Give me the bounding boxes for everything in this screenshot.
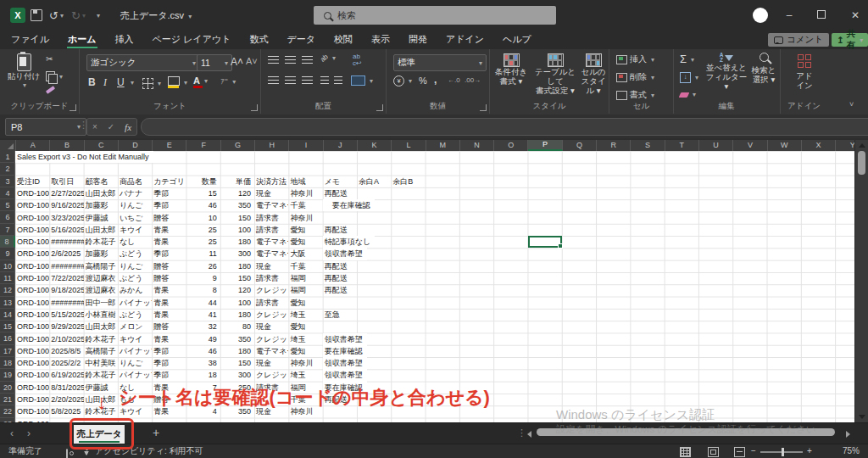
cell[interactable]: 再配送 — [323, 224, 357, 236]
cell[interactable]: 120 — [220, 187, 254, 199]
row-header-15[interactable]: 15 — [0, 321, 15, 332]
cell[interactable]: 18 — [186, 369, 220, 381]
cell[interactable]: 愛知 — [288, 345, 322, 357]
grow-font-button[interactable]: A˄ — [231, 56, 243, 68]
cell[interactable]: 2025/2/2 — [49, 357, 83, 369]
select-all-corner[interactable] — [0, 140, 16, 151]
cell[interactable]: ######## — [49, 260, 83, 272]
cell[interactable]: 180 — [220, 345, 254, 357]
cell[interactable]: キウイ — [118, 333, 152, 345]
undo-button[interactable]: ↺▾ — [49, 0, 64, 31]
cell-styles-button[interactable]: セルのスタイル ▾ — [578, 53, 609, 95]
cell[interactable]: 青果 — [152, 236, 186, 248]
cell[interactable]: 領収書希望 — [323, 333, 367, 345]
font-size-select[interactable]: 11▾ — [197, 54, 232, 71]
cell[interactable]: 埼玉 — [288, 309, 322, 321]
copy-button[interactable]: ▾ — [46, 71, 63, 81]
column-header-J[interactable]: J — [324, 140, 358, 151]
cell[interactable]: 千葉 — [288, 260, 322, 272]
cell[interactable]: 300 — [220, 369, 254, 381]
borders-button[interactable]: ▾ — [142, 78, 161, 89]
dialog-launcher-icon[interactable] — [70, 104, 76, 111]
cell[interactable]: 福岡 — [288, 272, 322, 284]
search-input[interactable]: 検索 — [314, 6, 556, 25]
merge-center-button[interactable]: ▾ — [351, 75, 373, 86]
row-header-19[interactable]: 19 — [0, 369, 15, 381]
cell[interactable]: 青果 — [152, 284, 186, 296]
cell[interactable]: 電子マネー — [254, 345, 288, 357]
cell[interactable]: 150 — [220, 212, 254, 224]
cell[interactable]: 5/8/2025 — [49, 405, 83, 417]
row-header-22[interactable]: 22 — [0, 405, 15, 417]
sort-filter-button[interactable]: AZ 並べ替えとフィルター ▾ — [704, 53, 749, 91]
cell[interactable]: 神奈川 — [288, 187, 322, 199]
cell[interactable]: 9/18/2025 — [49, 284, 83, 296]
cell[interactable]: 取引日 — [49, 176, 83, 187]
phonetic-guide-button[interactable]: ｱ⁼▾ — [220, 77, 236, 86]
cell[interactable]: ぶどう — [118, 248, 152, 260]
cell[interactable]: 至急 — [323, 309, 357, 321]
column-header-N[interactable]: N — [460, 140, 494, 151]
save-button[interactable] — [31, 0, 42, 31]
cell[interactable]: 渡辺麻衣 — [84, 272, 118, 284]
column-header-F[interactable]: F — [186, 140, 220, 151]
column-header-S[interactable]: S — [631, 140, 665, 151]
normal-view-icon[interactable] — [680, 447, 691, 457]
cell[interactable]: 愛知 — [288, 321, 322, 332]
ribbon-tab-item[interactable]: 開発 — [399, 31, 437, 49]
add-sheet-button[interactable]: + — [153, 423, 159, 444]
cell[interactable]: 5/16/2025 — [49, 224, 83, 236]
bold-button[interactable]: B — [88, 76, 96, 88]
cell[interactable]: 鈴木花子 — [84, 236, 118, 248]
cell[interactable]: 鈴木花子 — [84, 369, 118, 381]
cell[interactable]: 電子マネー — [254, 236, 288, 248]
cell[interactable]: 愛知 — [288, 236, 322, 248]
cell[interactable]: ぶどう — [118, 272, 152, 284]
cell[interactable]: クレジット — [254, 369, 288, 381]
column-header-D[interactable]: D — [119, 140, 153, 151]
cell[interactable]: 25 — [186, 236, 220, 248]
ribbon-tab-item[interactable]: 校閲 — [325, 31, 362, 49]
cell[interactable]: 余白B — [391, 176, 425, 187]
cell[interactable]: ORD-1000 — [15, 333, 49, 345]
cell[interactable]: 80 — [220, 321, 254, 332]
cell[interactable]: りんご — [118, 199, 152, 211]
cell[interactable]: 愛知 — [288, 297, 322, 309]
row-header-8[interactable]: 8 — [0, 236, 15, 248]
row-header-7[interactable]: 7 — [0, 224, 15, 236]
ribbon-tab-item[interactable]: ページ レイアウト — [143, 31, 241, 49]
cell[interactable]: ######## — [49, 297, 83, 309]
align-middle-button[interactable] — [285, 56, 296, 64]
ribbon-tab-item[interactable]: データ — [277, 31, 325, 49]
cell[interactable]: 季節 — [152, 345, 186, 357]
column-header-Q[interactable]: Q — [563, 140, 597, 151]
cell[interactable]: ORD-1000 — [15, 394, 49, 405]
underline-caret[interactable]: ▾ — [129, 79, 134, 87]
cell[interactable]: 季節 — [152, 357, 186, 369]
cell[interactable]: 埼玉 — [288, 369, 322, 381]
wrap-text-button[interactable]: abc↩ — [353, 53, 362, 67]
cell[interactable]: パイナップル — [118, 297, 152, 309]
cell[interactable]: ORD-1000 — [15, 345, 49, 357]
redo-button[interactable]: ↻▾ — [71, 0, 86, 31]
cut-button[interactable]: ✂ — [46, 54, 53, 64]
cell[interactable]: クレジット — [254, 333, 288, 345]
cell[interactable]: 加藤彩 — [84, 248, 118, 260]
autosum-button[interactable]: Σ▾ — [680, 54, 694, 64]
row-header-3[interactable]: 3 — [0, 176, 15, 187]
cancel-formula-icon[interactable]: × — [92, 122, 97, 131]
row-header-11[interactable]: 11 — [0, 272, 15, 284]
insert-cells-button[interactable]: 挿入▾ — [616, 53, 654, 65]
column-header-P[interactable]: P — [528, 140, 562, 151]
cell[interactable]: 請求書 — [254, 212, 288, 224]
cell[interactable]: 現金 — [254, 260, 288, 272]
font-name-select[interactable]: 游ゴシック▾ — [86, 54, 200, 71]
column-header-W[interactable]: W — [768, 140, 802, 151]
format-painter-button[interactable] — [46, 88, 55, 92]
close-button[interactable]: ✕ — [841, 0, 868, 31]
cell[interactable]: 180 — [220, 309, 254, 321]
cell[interactable]: いちご — [118, 212, 152, 224]
row-header-9[interactable]: 9 — [0, 248, 15, 260]
row-header-21[interactable]: 21 — [0, 394, 15, 405]
cell[interactable]: ORD-1000 — [15, 369, 49, 381]
